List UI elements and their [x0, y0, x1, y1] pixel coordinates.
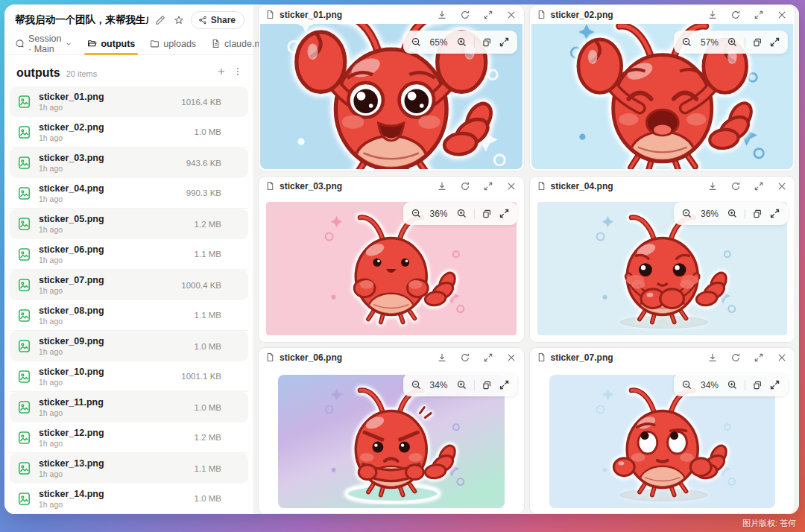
close-button[interactable]	[776, 180, 788, 192]
file-row[interactable]: sticker_06.png 1h ago 1.1 MB	[10, 239, 248, 270]
zoom-in-button[interactable]	[727, 379, 738, 390]
fullscreen-icon	[499, 379, 510, 390]
image-preview[interactable]: 65%	[259, 24, 524, 171]
file-time: 1h ago	[39, 500, 104, 509]
zoom-out-icon	[681, 379, 692, 390]
close-button[interactable]	[505, 180, 517, 192]
fullscreen-icon	[499, 208, 510, 219]
download-button[interactable]	[436, 352, 448, 364]
zoom-in-icon	[727, 37, 738, 48]
fullscreen-button[interactable]	[499, 379, 510, 390]
refresh-button[interactable]	[730, 180, 742, 192]
image-preview[interactable]: 57%	[530, 24, 795, 171]
tab-uploads[interactable]: uploads	[150, 33, 196, 54]
zoom-out-button[interactable]	[681, 208, 692, 219]
fullscreen-button[interactable]	[499, 37, 510, 48]
zoom-out-button[interactable]	[681, 379, 692, 390]
add-file-button[interactable]	[216, 66, 227, 77]
refresh-button[interactable]	[459, 352, 471, 364]
zoom-in-button[interactable]	[727, 208, 738, 219]
file-row[interactable]: sticker_14.png 1h ago 1.0 MB	[10, 484, 248, 514]
file-row[interactable]: sticker_05.png 1h ago 1.2 MB	[10, 209, 248, 239]
file-row[interactable]: sticker_04.png 1h ago 990.3 KB	[10, 178, 248, 209]
file-row[interactable]: sticker_09.png 1h ago 1.0 MB	[10, 331, 248, 361]
file-icon	[265, 10, 275, 19]
share-button[interactable]: Share	[191, 11, 244, 29]
zoom-in-button[interactable]	[456, 37, 467, 48]
zoom-in-button[interactable]	[456, 379, 467, 390]
tab-outputs[interactable]: outputs	[87, 33, 135, 54]
expand-button[interactable]	[482, 9, 494, 21]
copy-image-button[interactable]	[482, 380, 492, 390]
file-name: sticker_09.png	[39, 336, 104, 346]
expand-button[interactable]	[753, 352, 765, 364]
download-button[interactable]	[707, 9, 719, 21]
file-row[interactable]: sticker_13.png 1h ago 1.1 MB	[10, 453, 248, 484]
close-icon	[506, 181, 517, 191]
expand-button[interactable]	[482, 180, 494, 192]
fullscreen-button[interactable]	[499, 208, 510, 219]
image-file-icon	[17, 461, 31, 475]
copy-image-button[interactable]	[482, 37, 492, 48]
image-file-icon	[17, 339, 31, 353]
zoom-toolbar: 57%	[674, 31, 788, 54]
zoom-in-button[interactable]	[727, 37, 738, 48]
edit-pencil-icon[interactable]	[154, 13, 167, 27]
download-button[interactable]	[707, 180, 719, 192]
outputs-section-header: outputs 20 items	[4, 55, 253, 86]
zoom-out-button[interactable]	[411, 37, 422, 48]
refresh-button[interactable]	[730, 9, 742, 21]
copy-image-button[interactable]	[752, 209, 763, 219]
close-button[interactable]	[505, 352, 517, 364]
zoom-in-button[interactable]	[456, 208, 467, 219]
file-time: 1h ago	[39, 225, 104, 234]
download-button[interactable]	[436, 9, 448, 21]
outputs-count: 20 items	[66, 69, 98, 78]
zoom-in-icon	[727, 208, 738, 219]
copy-image-button[interactable]	[752, 37, 763, 48]
copy-image-button[interactable]	[482, 209, 492, 219]
zoom-out-button[interactable]	[411, 208, 422, 219]
image-preview[interactable]: 34%	[259, 367, 524, 513]
fullscreen-button[interactable]	[769, 37, 780, 48]
download-icon	[437, 10, 447, 20]
zoom-level: 57%	[699, 37, 720, 48]
tab-label: outputs	[101, 39, 135, 49]
file-row[interactable]: sticker_02.png 1h ago 1.0 MB	[10, 117, 248, 148]
download-button[interactable]	[707, 352, 719, 364]
image-preview[interactable]: 34%	[530, 367, 795, 513]
file-row[interactable]: sticker_03.png 1h ago 943.6 KB	[10, 148, 248, 178]
file-icon	[537, 10, 546, 19]
close-button[interactable]	[776, 9, 788, 21]
file-row[interactable]: sticker_01.png 1h ago 1016.4 KB	[10, 86, 248, 117]
expand-button[interactable]	[482, 352, 494, 364]
expand-button[interactable]	[753, 180, 765, 192]
close-button[interactable]	[776, 352, 788, 364]
fullscreen-button[interactable]	[769, 208, 780, 219]
file-row[interactable]: sticker_11.png 1h ago 1.0 MB	[10, 392, 248, 422]
refresh-button[interactable]	[459, 9, 471, 21]
star-icon[interactable]	[172, 13, 186, 27]
file-row[interactable]: sticker_07.png 1h ago 1000.4 KB	[10, 270, 248, 300]
refresh-button[interactable]	[459, 180, 471, 192]
expand-icon	[754, 10, 764, 20]
copy-image-button[interactable]	[752, 380, 763, 390]
file-list: sticker_01.png 1h ago 1016.4 KB sticker_…	[4, 86, 253, 514]
expand-button[interactable]	[753, 9, 765, 21]
file-row[interactable]: sticker_10.png 1h ago 1001.1 KB	[10, 361, 248, 392]
download-button[interactable]	[436, 180, 448, 192]
image-preview[interactable]: 36%	[530, 195, 795, 342]
close-button[interactable]	[505, 9, 517, 21]
fullscreen-button[interactable]	[769, 379, 780, 390]
file-row[interactable]: sticker_12.png 1h ago 1.2 MB	[10, 422, 248, 453]
file-row[interactable]: sticker_08.png 1h ago 1.1 MB	[10, 300, 248, 331]
download-icon	[707, 10, 718, 20]
refresh-button[interactable]	[730, 352, 742, 364]
file-name: sticker_13.png	[39, 458, 104, 469]
image-preview[interactable]: 36%	[259, 195, 524, 342]
tab-session-main[interactable]: Session · Main	[15, 33, 72, 54]
zoom-out-button[interactable]	[411, 379, 422, 390]
more-options-button[interactable]	[233, 66, 243, 77]
fullscreen-icon	[769, 379, 780, 390]
zoom-out-button[interactable]	[681, 37, 692, 48]
